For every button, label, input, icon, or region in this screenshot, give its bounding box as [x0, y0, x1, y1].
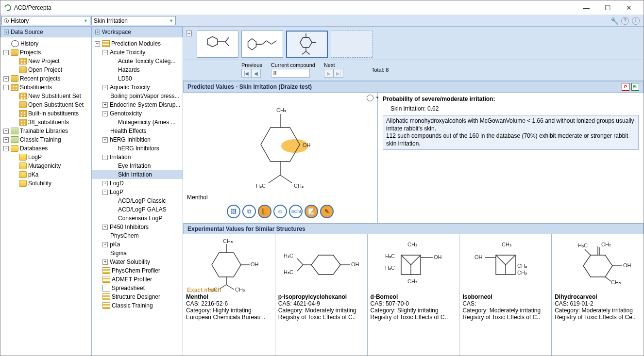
tree-logp[interactable]: −LogP	[92, 188, 183, 196]
collapse-icon[interactable]: −	[102, 137, 108, 143]
tree-trainable[interactable]: +Trainable Libraries	[0, 127, 91, 135]
tree-logp-classic[interactable]: ACD/LogP Classic	[92, 196, 183, 205]
tree-history[interactable]: History	[0, 39, 91, 48]
tree-recent[interactable]: +Recent projects	[0, 74, 91, 83]
tree-logd[interactable]: +LogD	[92, 179, 183, 188]
history-combo[interactable]: History ▼	[1, 16, 90, 25]
tree-herg[interactable]: −hERG Inhibition	[92, 135, 183, 144]
expand-icon[interactable]: +	[102, 102, 108, 108]
tree-struct-designer[interactable]: Structure Designer	[92, 292, 183, 301]
tree-projects[interactable]: −Projects	[0, 48, 91, 57]
compound-thumb-1[interactable]	[197, 31, 238, 58]
tree-irritation[interactable]: −Irritation	[92, 153, 183, 162]
expand-icon[interactable]: +	[102, 242, 108, 247]
collapse-icon[interactable]: −	[3, 85, 9, 90]
last-button[interactable]: ▶|	[334, 69, 343, 78]
pdf-export-icon[interactable]: P	[622, 83, 629, 91]
workspace-header[interactable]: ▾ Workspace	[92, 27, 183, 37]
wrench-icon[interactable]: 🔧	[610, 17, 618, 25]
similar-card-0[interactable]: CH₃OHH₃CCH₃ Exact match Menthol CAS: 221…	[183, 234, 275, 356]
collapse-icon[interactable]: −	[95, 41, 100, 47]
tree-classic-training[interactable]: Classic Training	[92, 301, 183, 310]
expand-icon[interactable]: +	[102, 85, 108, 90]
previous-button[interactable]: ◀	[251, 69, 261, 78]
expand-icon[interactable]: +	[3, 137, 9, 143]
tree-pred-modules[interactable]: −Prediction Modules	[92, 39, 183, 48]
tree-hazards[interactable]: Hazards	[92, 65, 183, 74]
compound-thumb-3[interactable]	[286, 31, 328, 58]
info-icon[interactable]: i	[632, 17, 640, 25]
compound-thumb-empty[interactable]	[331, 31, 373, 58]
tree-ld50[interactable]: LD50	[92, 74, 183, 83]
first-button[interactable]: |◀	[241, 69, 251, 78]
tree-db-sol[interactable]: Solubility	[0, 179, 91, 188]
tree-databases[interactable]: −Databases	[0, 144, 91, 153]
tree-sigma[interactable]: Sigma	[92, 249, 183, 258]
collapse-icon[interactable]: −	[102, 50, 108, 55]
expand-icon[interactable]: +	[102, 181, 108, 186]
tree-admet[interactable]: ADMET Profiler	[92, 275, 183, 284]
book-tool-icon[interactable]: 📙	[258, 205, 271, 218]
options-icon[interactable]	[367, 95, 373, 101]
tree-substituents[interactable]: −Substituents	[0, 83, 91, 92]
current-compound-input[interactable]	[271, 69, 310, 78]
collapse-icon[interactable]: −	[3, 146, 9, 151]
tree-physchem[interactable]: PhysChem	[92, 231, 183, 240]
similar-card-1[interactable]: OHH₃CH₃C p-Isopropylcyclohexanol CAS: 46…	[275, 234, 367, 356]
next-button[interactable]: ▶	[324, 69, 334, 78]
expand-icon[interactable]: +	[3, 76, 9, 81]
tree-pka[interactable]: +pKa	[92, 240, 183, 249]
tree-herg-inh[interactable]: hERG Inhibitors	[92, 144, 183, 153]
tree-consensus[interactable]: Consensus LogP	[92, 214, 183, 223]
tree-acute-tox[interactable]: −Acute Toxicity	[92, 48, 183, 57]
tree-endocrine[interactable]: +Endocrine System Disrup...	[92, 100, 183, 109]
similar-card-3[interactable]: OHCH₃CH₃CH₃ Isoborneol CAS: Category: Mo…	[459, 234, 551, 356]
tree-health[interactable]: Health Effects	[92, 127, 183, 135]
tree-classic[interactable]: +Classic Training	[0, 135, 91, 144]
image-tool-icon[interactable]: 🖼	[227, 205, 240, 218]
tree-new-sub[interactable]: New Substituent Set	[0, 92, 91, 100]
close-button[interactable]: ✕	[618, 1, 640, 15]
tree-skin-irr[interactable]: Skin Irritation	[92, 170, 183, 179]
tree-open-project[interactable]: Open Project	[0, 65, 91, 74]
tree-db-logp[interactable]: LogP	[0, 153, 91, 162]
collapse-thumbnails-button[interactable]: −	[186, 31, 192, 36]
similar-card-4[interactable]: OHCH₂H₃CCH₃ Dihydrocarveol CAS: 619-01-2…	[551, 234, 644, 356]
minimize-button[interactable]: —	[576, 1, 597, 15]
smile-tool-icon[interactable]: ☺	[273, 205, 287, 218]
notes-tool-icon[interactable]: 📝	[305, 205, 318, 218]
tree-builtin-sub[interactable]: Built-in substituents	[0, 109, 91, 118]
collapse-icon[interactable]: −	[102, 190, 108, 195]
expand-icon[interactable]: +	[102, 225, 108, 230]
export-icon[interactable]: ⇱	[631, 83, 639, 91]
collapse-icon[interactable]: −	[102, 155, 108, 160]
edit-tool-icon[interactable]: ✎	[320, 205, 334, 218]
tree-geno[interactable]: −Genotoxicity	[92, 109, 183, 118]
module-combo[interactable]: Skin Irritation ▼	[91, 16, 176, 25]
tree-aquatic[interactable]: +Aquatic Toxicity	[92, 83, 183, 92]
maximize-button[interactable]: ☐	[597, 1, 618, 15]
chevron-down-icon[interactable]: ▼	[375, 96, 379, 100]
tree-38-sub[interactable]: 38_substituents	[0, 118, 91, 127]
tree-logp-galas[interactable]: ACD/LogP GALAS	[92, 205, 183, 214]
collapse-icon[interactable]: −	[102, 111, 108, 116]
tree-new-project[interactable]: New Project	[0, 57, 91, 65]
similar-card-2[interactable]: OHH₃CH₃CCH₃CH₃ d-Borneol CAS: 507-70-0 C…	[367, 234, 459, 356]
expand-icon[interactable]: +	[3, 129, 9, 134]
tree-eye-irr[interactable]: Eye Irritation	[92, 162, 183, 170]
tree-acute-cat[interactable]: Acute Toxicity Categ...	[92, 57, 183, 65]
tree-pc-profiler[interactable]: PhysChem Profiler	[92, 266, 183, 275]
help-icon[interactable]: ?	[621, 17, 629, 25]
compound-thumb-2[interactable]	[241, 31, 283, 58]
tree-boiling[interactable]: Boiling point/Vapor press...	[92, 92, 183, 100]
collapse-icon[interactable]: −	[3, 50, 9, 55]
tree-open-sub[interactable]: Open Substituent Set	[0, 100, 91, 109]
tree-p450[interactable]: +P450 Inhibitors	[92, 223, 183, 231]
tree-watersol[interactable]: +Water Solubility	[92, 258, 183, 266]
data-source-header[interactable]: ▾ Data Source	[0, 27, 91, 37]
tree-spreadsheet[interactable]: Spreadsheet	[92, 284, 183, 292]
expand-icon[interactable]: +	[102, 259, 108, 265]
tree-db-pka[interactable]: pKa	[0, 170, 91, 179]
tree-db-muta[interactable]: Mutagenicity	[0, 162, 91, 170]
tree-ames[interactable]: Mutagenicity (Ames ...	[92, 118, 183, 127]
